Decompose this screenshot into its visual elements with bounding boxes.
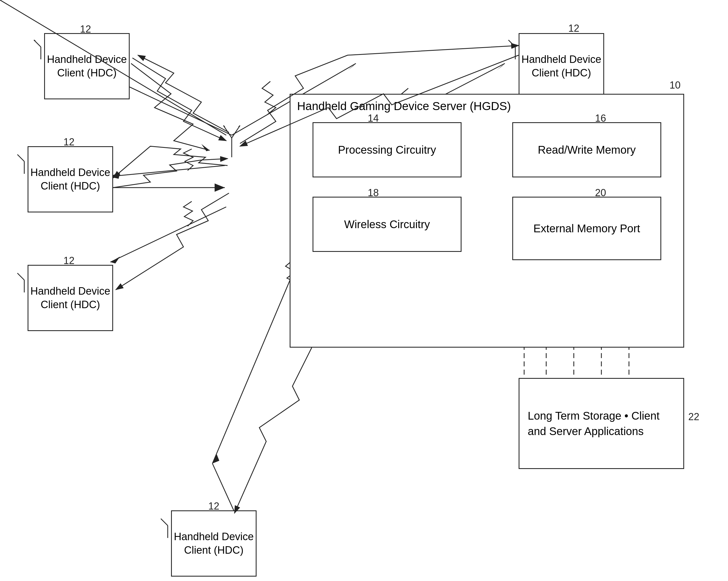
svg-marker-9 [110, 257, 120, 263]
svg-line-27 [17, 155, 24, 161]
hdc-top-left: Handheld Device Client (HDC) [44, 33, 130, 99]
ref-ext-memory: 20 [595, 187, 606, 199]
hdc-bottom: Handheld Device Client (HDC) [171, 510, 257, 577]
hdc-top-right: Handheld Device Client (HDC) [519, 33, 604, 99]
svg-line-34 [232, 126, 240, 138]
antenna-bottom [159, 517, 176, 539]
hdc-bot-left: Handheld Device Client (HDC) [28, 265, 113, 331]
svg-line-36 [239, 126, 240, 127]
ref-hdc-top-left: 12 [80, 23, 91, 35]
antenna-top-right [507, 38, 524, 61]
hdc-mid-left: Handheld Device Client (HDC) [28, 146, 113, 212]
svg-marker-7 [215, 183, 225, 192]
svg-marker-13 [212, 454, 219, 464]
ref-rw-memory: 16 [595, 112, 606, 124]
svg-marker-11 [497, 63, 505, 70]
antenna-top-left [32, 38, 49, 61]
antenna-mid-left [16, 153, 32, 175]
antenna-bot-left [16, 272, 32, 294]
svg-line-29 [17, 273, 24, 280]
ref-hdc-top-right: 12 [568, 23, 579, 34]
svg-line-31 [161, 519, 168, 526]
svg-line-35 [224, 126, 225, 127]
hgds-container: Handheld Gaming Device Server (HGDS) 10 … [290, 94, 684, 348]
svg-marker-1 [347, 63, 356, 70]
processing-circuitry: Processing Circuitry [313, 122, 462, 177]
svg-marker-37 [201, 144, 210, 151]
center-hub-antenna [221, 122, 243, 160]
hgds-title: Handheld Gaming Device Server (HGDS) [297, 100, 511, 113]
wireless-circuitry: Wireless Circuitry [313, 197, 462, 252]
ref-hdc-bottom: 12 [208, 500, 219, 512]
rw-memory: Read/Write Memory [512, 122, 661, 177]
ref-wireless: 18 [368, 187, 379, 199]
diagram: Handheld Device Client (HDC) 12 Handheld… [0, 0, 728, 581]
svg-line-25 [509, 40, 515, 47]
ref-hgds: 10 [670, 79, 680, 91]
svg-line-33 [224, 126, 232, 138]
svg-line-8 [110, 207, 226, 262]
long-term-storage: Long Term Storage • Client and Server Ap… [519, 378, 684, 469]
svg-line-4 [109, 165, 225, 177]
ref-processing: 14 [368, 112, 379, 124]
ref-hdc-mid-left: 12 [63, 136, 75, 148]
ref-lts: 22 [688, 411, 699, 423]
ext-memory-port: External Memory Port [512, 197, 661, 260]
ref-hdc-bot-left: 12 [63, 255, 75, 266]
